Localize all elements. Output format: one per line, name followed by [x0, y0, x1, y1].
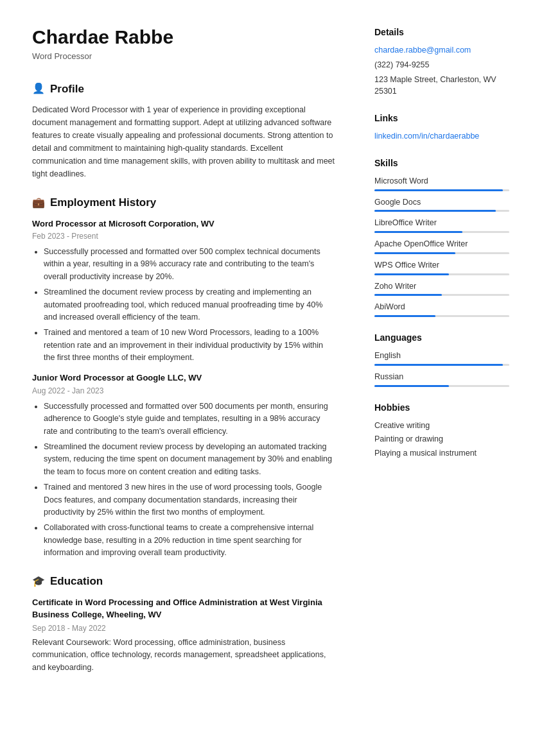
language-name: English: [374, 350, 509, 362]
details-section: Details chardae.rabbe@gmail.com (322) 79…: [374, 26, 509, 98]
skill-name: Apache OpenOffice Writer: [374, 238, 509, 250]
job-dates: Aug 2022 - Jan 2023: [32, 385, 336, 397]
job-bullets: Successfully processed and formatted ove…: [32, 246, 336, 364]
employment-header: 💼 Employment History: [32, 194, 336, 211]
skill-bar-bg: [374, 252, 509, 254]
skill-name: Zoho Writer: [374, 280, 509, 293]
right-column: Details chardae.rabbe@gmail.com (322) 79…: [374, 26, 509, 730]
left-column: Chardae Rabbe Word Processor 👤 Profile D…: [32, 26, 349, 730]
education-item: Certificate in Word Processing and Offic…: [32, 596, 336, 674]
job-item: Junior Word Processor at Google LLC, WV …: [32, 372, 336, 559]
education-label: Education: [50, 573, 103, 590]
skill-bar-fill: [374, 210, 496, 212]
languages-section: Languages English Russian: [374, 331, 509, 387]
language-item: English: [374, 350, 509, 366]
skill-item: LibreOffice Writer: [374, 217, 509, 233]
skill-bar-bg: [374, 231, 509, 233]
education-header: 🎓 Education: [32, 573, 336, 590]
hobby-item: Painting or drawing: [374, 433, 509, 445]
job-bullets: Successfully processed and formatted ove…: [32, 400, 336, 560]
language-name: Russian: [374, 371, 509, 383]
skill-name: AbiWord: [374, 301, 509, 313]
languages-label: Languages: [374, 331, 509, 345]
skill-bar-fill: [374, 294, 442, 296]
education-section: 🎓 Education Certificate in Word Processi…: [32, 573, 336, 674]
bullet-item: Successfully processed and formatted ove…: [44, 400, 336, 438]
skill-name: LibreOffice Writer: [374, 217, 509, 229]
employment-icon: 💼: [32, 195, 45, 210]
details-label: Details: [374, 26, 509, 39]
profile-label: Profile: [50, 81, 84, 98]
employment-section: 💼 Employment History Word Processor at M…: [32, 194, 336, 559]
job-title: Junior Word Processor at Google LLC, WV: [32, 372, 336, 384]
skill-bar-fill: [374, 315, 435, 317]
skills-section: Skills Microsoft Word Google Docs LibreO…: [374, 157, 509, 317]
job-item: Word Processor at Microsoft Corporation,…: [32, 218, 336, 365]
profile-header: 👤 Profile: [32, 81, 336, 98]
candidate-title: Word Processor: [32, 50, 336, 63]
skill-bar-bg: [374, 294, 509, 296]
job-dates: Feb 2023 - Present: [32, 230, 336, 242]
skills-label: Skills: [374, 157, 509, 170]
language-bar-fill: [374, 385, 449, 387]
employment-label: Employment History: [50, 194, 156, 211]
skill-name: Google Docs: [374, 196, 509, 209]
edu-title: Certificate in Word Processing and Offic…: [32, 596, 336, 621]
header-section: Chardae Rabbe Word Processor: [32, 26, 336, 63]
bullet-item: Trained and mentored 3 new hires in the …: [44, 481, 336, 519]
skill-bar-bg: [374, 210, 509, 212]
education-icon: 🎓: [32, 574, 45, 589]
bullet-item: Trained and mentored a team of 10 new Wo…: [44, 327, 336, 364]
resume-page: Chardae Rabbe Word Processor 👤 Profile D…: [0, 0, 535, 756]
edu-dates: Sep 2018 - May 2022: [32, 623, 336, 634]
skill-bar-fill: [374, 189, 503, 191]
skill-bar-bg: [374, 273, 509, 275]
skill-bar-fill: [374, 231, 462, 233]
hobbies-label: Hobbies: [374, 401, 509, 415]
skills-list: Microsoft Word Google Docs LibreOffice W…: [374, 175, 509, 317]
skill-bar-bg: [374, 315, 509, 317]
bullet-item: Collaborated with cross-functional teams…: [44, 522, 336, 559]
skill-item: Zoho Writer: [374, 280, 509, 296]
skill-bar-bg: [374, 189, 509, 191]
profile-icon: 👤: [32, 81, 45, 96]
languages-list: English Russian: [374, 350, 509, 387]
edu-text: Relevant Coursework: Word processing, of…: [32, 637, 336, 674]
bullet-item: Streamlined the document review process …: [44, 286, 336, 323]
skill-item: AbiWord: [374, 301, 509, 317]
language-item: Russian: [374, 371, 509, 387]
language-bar-fill: [374, 364, 503, 366]
language-bar-bg: [374, 364, 509, 366]
links-section: Links linkedin.com/in/chardaerabbe: [374, 112, 509, 142]
linkedin-link[interactable]: linkedin.com/in/chardaerabbe: [374, 130, 509, 142]
hobby-item: Playing a musical instrument: [374, 447, 509, 460]
bullet-item: Streamlined the document review process …: [44, 441, 336, 478]
skill-name: Microsoft Word: [374, 175, 509, 187]
skill-bar-fill: [374, 252, 455, 254]
hobbies-list: Creative writingPainting or drawingPlayi…: [374, 420, 509, 460]
candidate-name: Chardae Rabbe: [32, 26, 336, 49]
email-link[interactable]: chardae.rabbe@gmail.com: [374, 44, 509, 56]
address: 123 Maple Street, Charleston, WV 25301: [374, 74, 509, 98]
skill-item: Apache OpenOffice Writer: [374, 238, 509, 254]
hobby-item: Creative writing: [374, 420, 509, 432]
profile-section: 👤 Profile Dedicated Word Processor with …: [32, 81, 336, 181]
skill-name: WPS Office Writer: [374, 259, 509, 271]
profile-text: Dedicated Word Processor with 1 year of …: [32, 103, 336, 180]
skill-item: WPS Office Writer: [374, 259, 509, 275]
skill-item: Microsoft Word: [374, 175, 509, 191]
bullet-item: Successfully processed and formatted ove…: [44, 246, 336, 283]
skill-bar-fill: [374, 273, 449, 275]
job-title: Word Processor at Microsoft Corporation,…: [32, 218, 336, 230]
hobbies-section: Hobbies Creative writingPainting or draw…: [374, 401, 509, 460]
skill-item: Google Docs: [374, 196, 509, 212]
links-label: Links: [374, 112, 509, 125]
phone: (322) 794-9255: [374, 59, 509, 71]
language-bar-bg: [374, 385, 509, 387]
